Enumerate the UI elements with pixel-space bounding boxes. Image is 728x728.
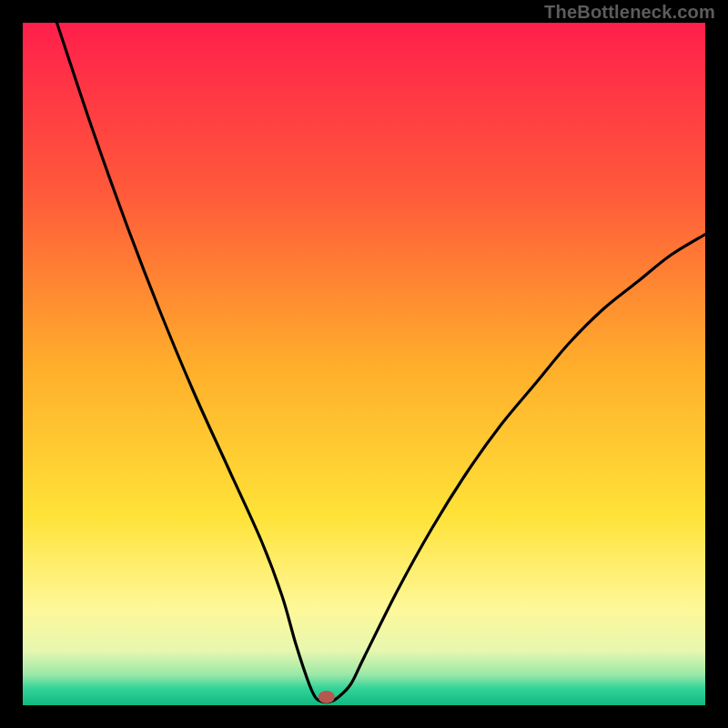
- chart-frame: TheBottleneck.com: [0, 0, 728, 728]
- optimal-marker: [318, 691, 335, 703]
- chart-background: [23, 23, 705, 705]
- chart-plot-area: [23, 23, 705, 705]
- watermark-text: TheBottleneck.com: [544, 2, 715, 23]
- chart-svg: [23, 23, 705, 705]
